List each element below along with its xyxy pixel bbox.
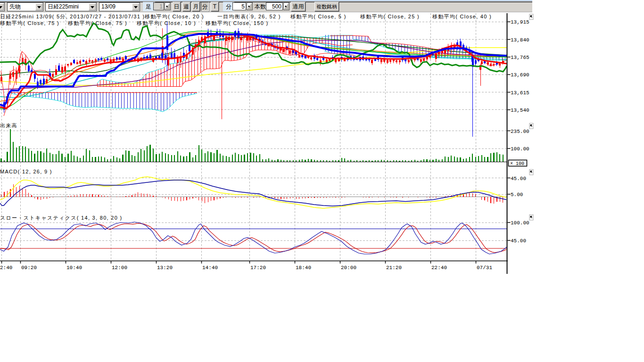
svg-text:移動平均( Close, 75 ): 移動平均( Close, 75 ) bbox=[68, 20, 127, 26]
svg-text:移動平均( Close, 25 ): 移動平均( Close, 25 ) bbox=[360, 14, 420, 19]
svg-text:12:00: 12:00 bbox=[112, 265, 127, 271]
svg-text:2:40: 2:40 bbox=[0, 265, 12, 271]
svg-text:13,540: 13,540 bbox=[511, 107, 529, 113]
svg-text:13,690: 13,690 bbox=[511, 72, 529, 78]
svg-text:235.00: 235.00 bbox=[511, 129, 529, 134]
svg-text:移動平均( Close, 5 ): 移動平均( Close, 5 ) bbox=[290, 14, 347, 19]
svg-text:13,765: 13,765 bbox=[511, 55, 529, 60]
svg-text:移動平均( Close, 150 ): 移動平均( Close, 150 ) bbox=[206, 20, 268, 26]
svg-text:22:40: 22:40 bbox=[431, 265, 447, 271]
svg-text:14:40: 14:40 bbox=[202, 265, 218, 271]
svg-text:移動平均( Close, 10 ): 移動平均( Close, 10 ) bbox=[137, 20, 196, 26]
svg-text:5.00: 5.00 bbox=[511, 192, 523, 197]
svg-text:45.00: 45.00 bbox=[511, 176, 526, 181]
svg-text:スロー・ストキャスティクス( 14, 3, 80, 20 ): スロー・ストキャスティクス( 14, 3, 80, 20 ) bbox=[0, 215, 122, 221]
svg-text:13,615: 13,615 bbox=[511, 90, 529, 96]
svg-text:一目均衡表( 9, 26, 52 ): 一目均衡表( 9, 26, 52 ) bbox=[217, 14, 281, 19]
svg-text:45.00: 45.00 bbox=[511, 238, 526, 244]
svg-text:17:20: 17:20 bbox=[250, 265, 266, 271]
svg-text:移動平均( Close, 75 ): 移動平均( Close, 75 ) bbox=[0, 20, 59, 26]
svg-text:07/31: 07/31 bbox=[477, 265, 492, 271]
svg-text:日経225mini 13/09( 5分, 2013/07/2: 日経225mini 13/09( 5分, 2013/07/27 - 2013/0… bbox=[0, 14, 145, 19]
svg-text:出来高: 出来高 bbox=[0, 123, 17, 128]
svg-text:13:20: 13:20 bbox=[157, 265, 173, 271]
svg-text:13,840: 13,840 bbox=[511, 37, 529, 43]
svg-text:移動平均( Close, 40 ): 移動平均( Close, 40 ) bbox=[432, 14, 492, 19]
svg-text:13,915: 13,915 bbox=[511, 19, 529, 25]
svg-text:09:20: 09:20 bbox=[21, 265, 37, 271]
svg-text:移動平均( Close, 20 ): 移動平均( Close, 20 ) bbox=[145, 14, 204, 19]
svg-text:10:40: 10:40 bbox=[66, 265, 82, 271]
svg-text:100.00: 100.00 bbox=[511, 146, 529, 152]
svg-text:20:00: 20:00 bbox=[341, 265, 356, 271]
svg-text:18:40: 18:40 bbox=[296, 265, 311, 271]
svg-text:× 100: × 100 bbox=[510, 161, 524, 166]
svg-text:100.00: 100.00 bbox=[511, 220, 529, 226]
svg-text:21:20: 21:20 bbox=[386, 265, 402, 271]
svg-text:MACD( 12, 26, 9 ): MACD( 12, 26, 9 ) bbox=[0, 169, 52, 174]
